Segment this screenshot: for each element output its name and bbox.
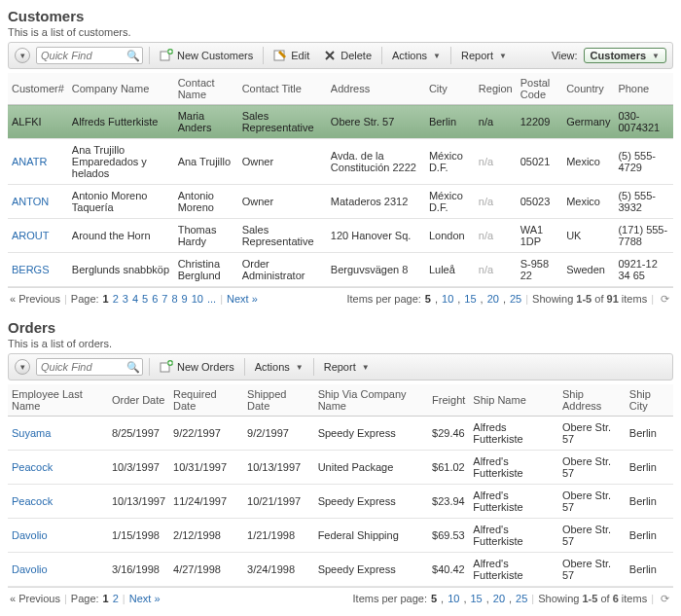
page-number[interactable]: 6: [152, 293, 158, 305]
column-header[interactable]: Contact Title: [238, 73, 327, 105]
cell-addr: Obere Str. 57: [558, 553, 626, 587]
column-header[interactable]: Order Date: [108, 384, 169, 417]
customers-toolbar: ▾ 🔍 New Customers Edit Delete Actions▼ R…: [8, 42, 673, 69]
ipp-option[interactable]: 15: [464, 293, 476, 305]
refresh-icon[interactable]: ⟳: [658, 592, 671, 605]
next-link[interactable]: Next »: [227, 293, 258, 305]
column-header[interactable]: Phone: [614, 73, 673, 105]
cell-name: Alfred's Futterkiste: [469, 519, 558, 553]
edit-button[interactable]: Edit: [269, 47, 313, 64]
cell-company: Alfreds Futterkiste: [68, 105, 174, 139]
cell-id[interactable]: ANATR: [8, 139, 68, 185]
next-link[interactable]: Next »: [129, 593, 161, 604]
column-header[interactable]: Customer#: [8, 73, 68, 105]
table-row[interactable]: BERGSBerglunds snabbköpChristina Berglun…: [8, 253, 673, 287]
column-header[interactable]: Shipped Date: [243, 384, 314, 417]
orders-section: Orders This is a list of orders. ▾ 🔍 New…: [8, 319, 673, 609]
cell-region: n/a: [475, 139, 517, 185]
column-header[interactable]: Address: [327, 73, 425, 105]
page-number[interactable]: 7: [161, 293, 167, 305]
column-header[interactable]: Ship Address: [558, 384, 626, 417]
cell-region: n/a: [475, 253, 517, 287]
separator: [149, 47, 150, 64]
cell-emp[interactable]: Davolio: [8, 519, 108, 553]
cell-phone: 0921-12 34 65: [614, 253, 673, 287]
page-number[interactable]: 4: [132, 293, 138, 305]
column-header[interactable]: Company Name: [68, 73, 174, 105]
ipp-option[interactable]: 10: [442, 293, 453, 305]
column-header[interactable]: Required Date: [169, 384, 243, 417]
table-row[interactable]: ANATRAna Trujillo Emparedados y heladosA…: [8, 139, 673, 185]
table-row[interactable]: ALFKIAlfreds FutterkisteMaria AndersSale…: [8, 105, 673, 139]
header-row: Employee Last NameOrder DateRequired Dat…: [8, 384, 673, 417]
column-header[interactable]: City: [425, 73, 475, 105]
table-row[interactable]: Peacock10/3/199710/31/199710/13/1997Unit…: [8, 451, 673, 485]
view-dropdown[interactable]: Customers▼: [584, 48, 666, 63]
cell-address: 120 Hanover Sq.: [327, 219, 425, 253]
ipp-option[interactable]: 25: [510, 293, 521, 305]
ipp-option[interactable]: 5: [431, 593, 437, 604]
report-dropdown[interactable]: Report▼: [457, 48, 511, 63]
page-number[interactable]: ...: [207, 293, 216, 305]
cell-emp[interactable]: Suyama: [8, 417, 108, 451]
table-row[interactable]: ANTONAntonio Moreno TaqueríaAntonio More…: [8, 185, 673, 219]
column-header[interactable]: Region: [475, 73, 517, 105]
page-number[interactable]: 1: [103, 593, 109, 604]
page-number[interactable]: 5: [142, 293, 148, 305]
page-number[interactable]: 8: [171, 293, 177, 305]
page-number[interactable]: 10: [192, 293, 203, 305]
cell-emp[interactable]: Davolio: [8, 553, 108, 587]
column-header[interactable]: Freight: [428, 384, 469, 417]
table-row[interactable]: Davolio1/15/19982/12/19981/21/1998Federa…: [8, 519, 673, 553]
cell-id[interactable]: BERGS: [8, 253, 68, 287]
page-number[interactable]: 3: [123, 293, 128, 305]
table-row[interactable]: Peacock10/13/199711/24/199710/21/1997Spe…: [8, 485, 673, 519]
ipp-option[interactable]: 10: [448, 593, 459, 604]
previous-link[interactable]: « Previous: [10, 593, 60, 604]
table-row[interactable]: AROUTAround the HornThomas HardySales Re…: [8, 219, 673, 253]
column-header[interactable]: Country: [562, 73, 614, 105]
separator: |: [651, 293, 654, 305]
refresh-icon[interactable]: ⟳: [658, 292, 671, 306]
report-dropdown[interactable]: Report▼: [320, 359, 374, 375]
search-icon[interactable]: 🔍: [126, 361, 140, 374]
ipp-option[interactable]: 20: [487, 293, 499, 305]
ipp-option[interactable]: 20: [493, 593, 505, 604]
showing-text: Showing 1-5 of 91 items: [532, 293, 647, 305]
page-number[interactable]: 9: [182, 293, 188, 305]
ipp-option[interactable]: 25: [516, 593, 527, 604]
new-customers-button[interactable]: New Customers: [156, 47, 257, 64]
column-header[interactable]: Ship Name: [469, 384, 558, 417]
expand-toggle-icon[interactable]: ▾: [15, 48, 30, 63]
delete-button[interactable]: Delete: [319, 47, 376, 64]
cell-address: Mataderos 2312: [327, 185, 425, 219]
table-row[interactable]: Davolio3/16/19984/27/19983/24/1998Speedy…: [8, 553, 673, 587]
actions-dropdown[interactable]: Actions▼: [251, 359, 307, 375]
page-number[interactable]: 1: [103, 293, 109, 305]
cell-id[interactable]: ALFKI: [8, 105, 68, 139]
column-header[interactable]: Ship Via Company Name: [314, 384, 428, 417]
actions-label: Actions: [255, 361, 290, 373]
page-number[interactable]: 2: [113, 593, 119, 604]
cell-id[interactable]: ANTON: [8, 185, 68, 219]
column-header[interactable]: Employee Last Name: [8, 384, 108, 417]
cell-emp[interactable]: Peacock: [8, 485, 108, 519]
cell-id[interactable]: AROUT: [8, 219, 68, 253]
previous-link[interactable]: « Previous: [10, 293, 60, 305]
column-header[interactable]: Ship City: [626, 384, 673, 417]
page-number[interactable]: 2: [113, 293, 119, 305]
column-header[interactable]: Postal Code: [517, 73, 562, 105]
ipp-option[interactable]: 15: [470, 593, 482, 604]
expand-toggle-icon[interactable]: ▾: [15, 359, 30, 375]
cell-freight: $61.02: [428, 451, 469, 485]
ipp-option[interactable]: 5: [425, 293, 431, 305]
cell-emp[interactable]: Peacock: [8, 451, 108, 485]
cell-freight: $69.53: [428, 519, 469, 553]
table-row[interactable]: Suyama8/25/19979/22/19979/2/1997Speedy E…: [8, 417, 673, 451]
actions-dropdown[interactable]: Actions▼: [388, 48, 445, 63]
separator: |: [220, 293, 223, 305]
cell-company: Ana Trujillo Emparedados y helados: [68, 139, 174, 185]
column-header[interactable]: Contact Name: [174, 73, 238, 105]
search-icon[interactable]: 🔍: [126, 50, 140, 62]
new-orders-button[interactable]: New Orders: [156, 358, 238, 376]
